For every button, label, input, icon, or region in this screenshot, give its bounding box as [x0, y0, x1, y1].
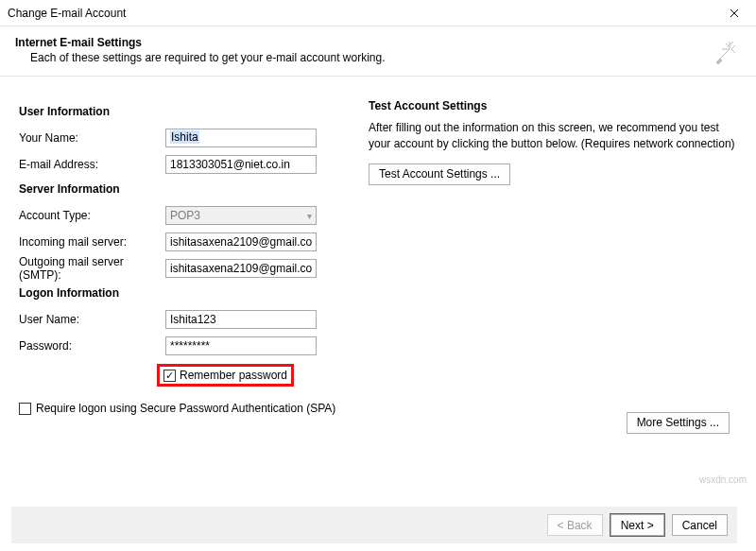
close-icon: [730, 9, 739, 18]
incoming-server-label: Incoming mail server:: [19, 235, 165, 249]
email-address-label: E-mail Address:: [19, 158, 165, 171]
password-input[interactable]: [165, 336, 317, 355]
incoming-server-input[interactable]: [165, 232, 317, 251]
email-address-input[interactable]: [165, 155, 317, 174]
your-name-input[interactable]: Ishita: [170, 130, 199, 144]
user-name-label: User Name:: [19, 313, 165, 326]
window-title: Change E-mail Account: [8, 7, 718, 20]
account-type-label: Account Type:: [19, 209, 165, 222]
cancel-button[interactable]: Cancel: [672, 514, 728, 536]
section-server-info: Server Information: [19, 182, 350, 196]
wizard-footer: < Back Next > Cancel: [11, 507, 737, 543]
remember-password-label: Remember password: [180, 369, 287, 382]
more-settings-button[interactable]: More Settings ...: [627, 412, 730, 434]
watermark-text: wsxdn.com: [699, 474, 747, 485]
password-label: Password:: [19, 339, 165, 353]
spa-label: Require logon using Secure Password Auth…: [36, 402, 335, 415]
section-test-settings: Test Account Settings: [369, 99, 737, 112]
remember-password-checkbox[interactable]: ✓: [163, 370, 176, 382]
section-user-info: User Information: [19, 105, 350, 118]
test-account-button[interactable]: Test Account Settings ...: [369, 164, 510, 185]
cursor-star-icon: [713, 36, 743, 66]
header-title: Internet E-mail Settings: [15, 36, 713, 49]
account-type-value: POP3: [170, 209, 200, 222]
titlebar: Change E-mail Account: [0, 0, 756, 26]
remember-password-highlight: ✓ Remember password: [157, 364, 294, 387]
account-type-select: POP3 ▾: [165, 206, 317, 225]
back-button: < Back: [547, 514, 603, 536]
header-subtitle: Each of these settings are required to g…: [15, 51, 713, 64]
outgoing-server-input[interactable]: [165, 259, 317, 278]
chevron-down-icon: ▾: [307, 211, 312, 221]
section-logon-info: Logon Information: [19, 286, 350, 300]
user-name-input[interactable]: [165, 310, 317, 329]
test-settings-text: After filling out the information on thi…: [369, 120, 737, 152]
outgoing-server-label: Outgoing mail server (SMTP):: [19, 255, 165, 282]
next-button[interactable]: Next >: [610, 514, 664, 536]
your-name-label: Your Name:: [19, 131, 165, 145]
close-button[interactable]: [718, 2, 750, 25]
dialog-header: Internet E-mail Settings Each of these s…: [0, 26, 756, 77]
spa-checkbox[interactable]: [19, 403, 31, 415]
